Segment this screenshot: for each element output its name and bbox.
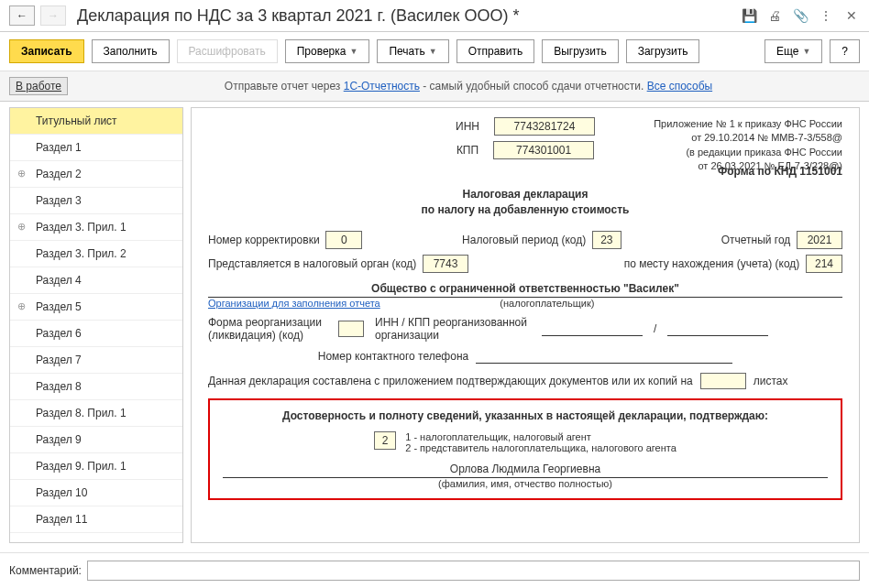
sidebar-item-label: Раздел 1 bbox=[36, 141, 82, 154]
window-title: Декларация по НДС за 3 квартал 2021 г. (… bbox=[77, 6, 735, 26]
toolbar: Записать Заполнить Расшифровать Проверка… bbox=[0, 32, 869, 71]
docs-count-field[interactable] bbox=[700, 373, 746, 389]
sidebar-item-11[interactable]: Раздел 8. Прил. 1 bbox=[10, 400, 182, 427]
title-icons: 💾 🖨 📎 ⋮ ✕ bbox=[741, 8, 860, 23]
write-button[interactable]: Записать bbox=[9, 39, 84, 63]
location-label: по месту нахождения (учета) (код) bbox=[624, 257, 800, 270]
confirm-options: 1 - налогоплательщик, налоговый агент2 -… bbox=[405, 431, 676, 453]
print-icon[interactable]: 🖨 bbox=[766, 8, 783, 23]
sidebar: Титульный листРаздел 1⊕Раздел 2Раздел 3⊕… bbox=[9, 107, 183, 543]
sidebar-item-label: Раздел 8 bbox=[36, 380, 82, 393]
org-sub-label: (налогоплательщик) bbox=[380, 298, 714, 309]
kpp-label: КПП bbox=[456, 144, 478, 157]
chevron-down-icon: ▼ bbox=[802, 47, 810, 56]
kpp-field[interactable]: 774301001 bbox=[493, 141, 594, 159]
reporting-link[interactable]: 1С-Отчетность bbox=[344, 80, 420, 93]
sidebar-item-0[interactable]: Титульный лист bbox=[10, 108, 182, 135]
sidebar-item-label: Раздел 9 bbox=[36, 433, 82, 446]
sidebar-item-6[interactable]: Раздел 4 bbox=[10, 267, 182, 294]
sidebar-item-label: Раздел 3. Прил. 2 bbox=[36, 247, 126, 260]
confirmation-title: Достоверность и полноту сведений, указан… bbox=[223, 409, 828, 422]
sidebar-item-label: Раздел 6 bbox=[36, 327, 82, 340]
comment-label: Комментарий: bbox=[9, 564, 82, 577]
appendix-info: Приложение № 1 к приказу ФНС России от 2… bbox=[654, 117, 842, 174]
send-button[interactable]: Отправить bbox=[456, 39, 535, 63]
expand-icon[interactable]: ⊕ bbox=[17, 300, 26, 312]
forward-button: → bbox=[40, 5, 66, 26]
reorg-inn-field[interactable] bbox=[542, 321, 643, 336]
infobar-text: Отправьте отчет через 1С-Отчетность - са… bbox=[77, 80, 860, 93]
help-button[interactable]: ? bbox=[830, 39, 860, 63]
sidebar-item-label: Раздел 3. Прил. 1 bbox=[36, 221, 126, 234]
sidebar-item-15[interactable]: Раздел 11 bbox=[10, 506, 182, 533]
sidebar-item-label: Раздел 4 bbox=[36, 274, 82, 287]
period-field[interactable]: 23 bbox=[592, 231, 622, 249]
inn-field[interactable]: 7743281724 bbox=[494, 117, 595, 136]
signer-sub: (фамилия, имя, отчество полностью) bbox=[223, 478, 828, 489]
sidebar-item-label: Раздел 3 bbox=[36, 194, 82, 207]
status-badge[interactable]: В работе bbox=[9, 77, 68, 95]
org-fill-link[interactable]: Организации для заполнения отчета bbox=[208, 298, 380, 309]
sidebar-item-label: Раздел 11 bbox=[36, 513, 87, 526]
comment-input[interactable] bbox=[87, 561, 860, 581]
reorg-kpp-field[interactable] bbox=[667, 321, 768, 336]
sidebar-item-8[interactable]: Раздел 6 bbox=[10, 321, 182, 347]
sidebar-item-4[interactable]: ⊕Раздел 3. Прил. 1 bbox=[10, 214, 182, 241]
main: Титульный листРаздел 1⊕Раздел 2Раздел 3⊕… bbox=[0, 102, 869, 549]
location-field[interactable]: 214 bbox=[806, 255, 842, 273]
correction-field[interactable]: 0 bbox=[325, 231, 362, 249]
all-methods-link[interactable]: Все способы bbox=[647, 80, 713, 93]
check-button[interactable]: Проверка▼ bbox=[285, 39, 370, 63]
expand-icon[interactable]: ⊕ bbox=[17, 168, 26, 180]
sidebar-item-14[interactable]: Раздел 10 bbox=[10, 480, 182, 506]
back-button[interactable]: ← bbox=[9, 5, 35, 26]
sidebar-item-label: Раздел 2 bbox=[36, 168, 82, 180]
docs-label2: листах bbox=[754, 375, 788, 387]
print-button[interactable]: Печать▼ bbox=[377, 39, 448, 63]
signer-name: Орлова Людмила Георгиевна bbox=[223, 463, 828, 478]
sidebar-item-12[interactable]: Раздел 9 bbox=[10, 427, 182, 453]
inn-label: ИНН bbox=[456, 120, 479, 133]
sidebar-item-5[interactable]: Раздел 3. Прил. 2 bbox=[10, 241, 182, 267]
sidebar-item-label: Раздел 10 bbox=[36, 486, 87, 499]
period-label: Налоговый период (код) bbox=[462, 234, 586, 246]
confirm-code-field[interactable]: 2 bbox=[374, 431, 396, 450]
footer: Комментарий: bbox=[0, 552, 869, 588]
phone-label: Номер контактного телефона bbox=[318, 350, 468, 363]
sidebar-item-label: Раздел 7 bbox=[36, 354, 82, 366]
chevron-down-icon: ▼ bbox=[429, 47, 437, 56]
sidebar-item-3[interactable]: Раздел 3 bbox=[10, 188, 182, 214]
content: Приложение № 1 к приказу ФНС России от 2… bbox=[191, 107, 860, 543]
org-name: Общество с ограниченной ответственностью… bbox=[208, 282, 842, 298]
attach-icon[interactable]: 📎 bbox=[792, 8, 808, 23]
confirmation-box: Достоверность и полноту сведений, указан… bbox=[208, 398, 842, 500]
expand-icon[interactable]: ⊕ bbox=[17, 221, 26, 233]
sidebar-item-10[interactable]: Раздел 8 bbox=[10, 374, 182, 400]
save-icon[interactable]: 💾 bbox=[741, 8, 757, 23]
year-label: Отчетный год bbox=[721, 234, 791, 246]
load-button[interactable]: Загрузить bbox=[626, 39, 700, 63]
declaration-title: Налоговая декларация по налогу на добавл… bbox=[208, 187, 842, 218]
reorg-code-field[interactable] bbox=[338, 321, 364, 337]
infobar: В работе Отправьте отчет через 1С-Отчетн… bbox=[0, 71, 869, 102]
reorg-label: Форма реорганизации(ликвидация) (код) bbox=[208, 316, 327, 342]
phone-field[interactable] bbox=[476, 349, 732, 364]
reorg-inn-label: ИНН / КПП реорганизованнойорганизации bbox=[375, 316, 531, 342]
year-field[interactable]: 2021 bbox=[797, 231, 842, 249]
close-icon[interactable]: ✕ bbox=[843, 8, 860, 23]
sidebar-item-label: Раздел 9. Прил. 1 bbox=[36, 460, 126, 473]
fill-button[interactable]: Заполнить bbox=[92, 39, 170, 63]
sidebar-item-7[interactable]: ⊕Раздел 5 bbox=[10, 294, 182, 321]
more-button[interactable]: Еще▼ bbox=[764, 39, 822, 63]
sidebar-item-1[interactable]: Раздел 1 bbox=[10, 135, 182, 161]
chevron-down-icon: ▼ bbox=[349, 47, 358, 56]
more-icon[interactable]: ⋮ bbox=[818, 8, 834, 23]
sidebar-item-label: Титульный лист bbox=[36, 114, 117, 127]
sidebar-item-9[interactable]: Раздел 7 bbox=[10, 347, 182, 374]
upload-button[interactable]: Выгрузить bbox=[542, 39, 619, 63]
sidebar-item-13[interactable]: Раздел 9. Прил. 1 bbox=[10, 453, 182, 480]
decode-button: Расшифровать bbox=[177, 39, 278, 63]
tax-org-field[interactable]: 7743 bbox=[423, 255, 468, 273]
sidebar-item-2[interactable]: ⊕Раздел 2 bbox=[10, 161, 182, 188]
correction-label: Номер корректировки bbox=[208, 234, 320, 246]
